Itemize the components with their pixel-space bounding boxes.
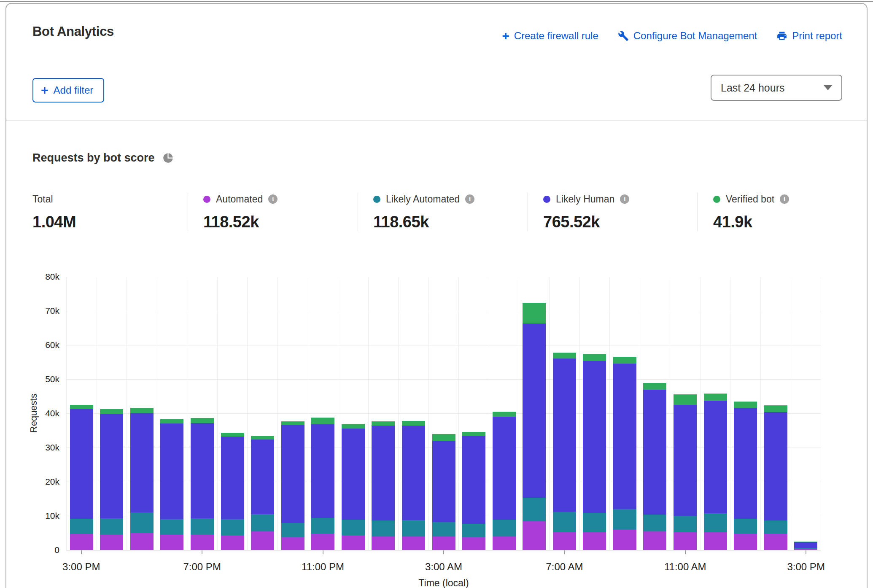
bar-segment-verified-bot: [704, 394, 727, 401]
add-filter-button[interactable]: + Add filter: [32, 78, 104, 102]
stacked-bar[interactable]: [553, 353, 576, 550]
bar-segment-verified-bot: [160, 419, 183, 424]
stacked-bar[interactable]: [493, 412, 516, 550]
stats-row: Total 1.04M Automated i 118.52k Likely A…: [32, 193, 868, 231]
info-icon[interactable]: i: [620, 194, 629, 204]
chart-slot: [308, 277, 338, 550]
y-axis-labels: 010k20k30k40k50k60k70k80k: [6, 277, 59, 550]
chart-slot: [187, 277, 217, 550]
stat-value: 118.52k: [203, 213, 358, 231]
stacked-bar[interactable]: [674, 394, 697, 550]
bar-segment-automated: [462, 537, 485, 550]
stacked-bar[interactable]: [734, 402, 757, 550]
page-title: Bot Analytics: [32, 24, 114, 39]
stacked-bar[interactable]: [764, 405, 787, 550]
configure-bot-management-link[interactable]: Configure Bot Management: [618, 30, 757, 42]
stacked-bar[interactable]: [191, 418, 214, 550]
stacked-bar[interactable]: [221, 433, 244, 550]
x-tick-mark: [443, 550, 444, 554]
bar-segment-likely-automated: [764, 521, 787, 534]
bar-segment-verified-bot: [643, 383, 666, 390]
stacked-bar[interactable]: [583, 354, 606, 550]
chart-slot: [760, 277, 791, 550]
stacked-bar[interactable]: [402, 421, 425, 550]
stat-likely-human: Likely Human i 765.52k: [528, 193, 698, 231]
y-tick-label: 0: [54, 545, 59, 555]
stacked-bar[interactable]: [70, 405, 93, 550]
bar-segment-automated: [100, 534, 123, 550]
chart-slot: [428, 277, 459, 550]
bar-segment-likely-human: [281, 425, 304, 523]
stacked-bar[interactable]: [342, 424, 365, 550]
stacked-bar[interactable]: [794, 542, 817, 550]
stacked-bar[interactable]: [130, 408, 154, 550]
stat-likely-automated: Likely Automated i 118.65k: [358, 193, 528, 231]
chart-slot: [458, 277, 489, 550]
bar-segment-likely-human: [432, 441, 455, 522]
chart-slot: [609, 277, 640, 550]
bar-segment-likely-automated: [583, 513, 606, 532]
stacked-bar[interactable]: [281, 421, 304, 550]
header-actions: + Create firewall rule Configure Bot Man…: [502, 30, 842, 42]
bar-segment-likely-human: [794, 542, 817, 548]
x-tick-mark: [564, 550, 565, 554]
bar-segment-automated: [372, 537, 395, 550]
y-tick-label: 30k: [45, 442, 59, 453]
stacked-bar[interactable]: [100, 409, 123, 550]
info-icon[interactable]: i: [268, 194, 278, 204]
bar-segment-automated: [160, 535, 183, 550]
stacked-bar[interactable]: [704, 394, 727, 550]
action-label: Configure Bot Management: [633, 30, 757, 42]
x-axis: 3:00 PM7:00 PM11:00 PM3:00 AM7:00 AM11:0…: [66, 550, 821, 575]
bar-segment-likely-automated: [704, 513, 727, 532]
stacked-bar[interactable]: [462, 432, 485, 550]
bar-segment-automated: [311, 534, 334, 550]
bar-segment-verified-bot: [764, 405, 787, 412]
info-icon[interactable]: i: [780, 194, 789, 204]
chart-slot: [66, 277, 97, 550]
chart-slot: [97, 277, 127, 550]
stacked-bar[interactable]: [372, 421, 395, 550]
stacked-bar[interactable]: [160, 419, 183, 550]
stacked-bar[interactable]: [311, 418, 334, 550]
stacked-bar[interactable]: [613, 357, 636, 550]
bar-segment-likely-human: [462, 436, 485, 524]
bar-segment-likely-human: [613, 364, 636, 509]
stacked-bar[interactable]: [643, 383, 666, 550]
bar-segment-likely-human: [402, 426, 425, 520]
y-tick-label: 10k: [45, 511, 59, 521]
likely-human-legend-dot: [543, 196, 550, 203]
bar-segment-likely-human: [553, 359, 576, 512]
chart-slot: [278, 277, 308, 550]
chart-slot: [368, 277, 399, 550]
x-tick-mark: [323, 550, 323, 554]
stat-verified-bot: Verified bot i 41.9k: [698, 193, 868, 231]
stacked-bar[interactable]: [432, 434, 455, 550]
bar-segment-likely-automated: [70, 519, 93, 534]
stat-value: 41.9k: [713, 213, 868, 231]
stacked-bar[interactable]: [523, 303, 546, 550]
bar-segment-likely-automated: [251, 514, 274, 531]
stat-value: 765.52k: [543, 213, 698, 231]
x-tick-label: 11:00 PM: [302, 561, 344, 573]
info-icon[interactable]: i: [465, 194, 474, 204]
action-label: Create firewall rule: [514, 30, 598, 42]
chart-slot: [247, 277, 278, 550]
create-firewall-rule-link[interactable]: + Create firewall rule: [502, 30, 598, 42]
bar-slots: [66, 277, 821, 550]
likely-automated-legend-dot: [373, 196, 380, 203]
bar-segment-likely-automated: [311, 518, 334, 534]
bar-segment-verified-bot: [251, 436, 274, 440]
bar-segment-likely-human: [372, 426, 395, 521]
stacked-bar[interactable]: [251, 436, 274, 550]
bar-segment-likely-automated: [221, 519, 244, 535]
bar-segment-verified-bot: [613, 357, 636, 363]
stat-automated: Automated i 118.52k: [188, 193, 358, 231]
chart-slot: [700, 277, 730, 550]
bar-segment-automated: [493, 537, 516, 550]
bar-segment-likely-automated: [553, 512, 576, 532]
print-report-link[interactable]: Print report: [776, 30, 842, 42]
chart-slot: [157, 277, 187, 550]
chart-slot: [579, 277, 610, 550]
time-range-select[interactable]: Last 24 hours: [711, 75, 842, 101]
